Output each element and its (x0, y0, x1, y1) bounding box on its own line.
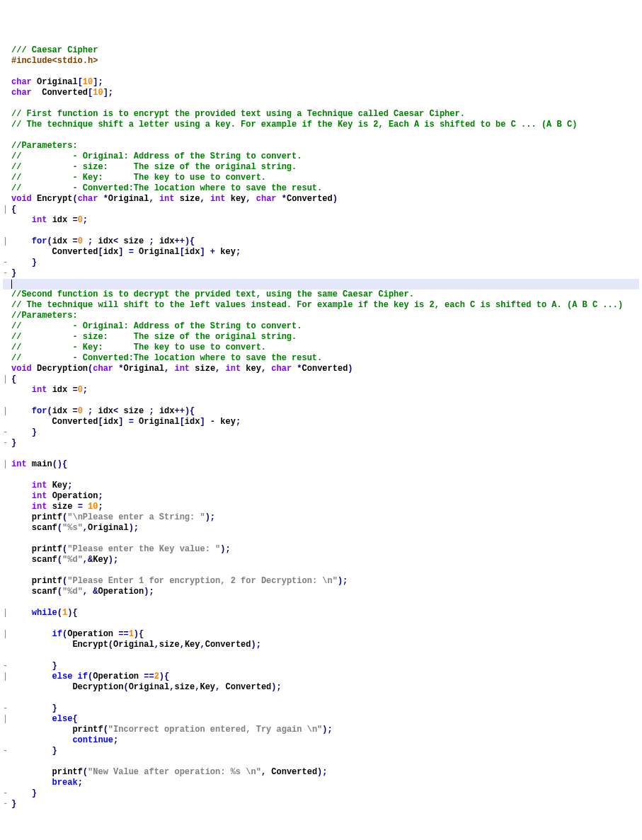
fold-gutter[interactable]: | (3, 459, 10, 470)
code-line[interactable]: | if(Operation ==1){ (3, 629, 639, 640)
fold-gutter[interactable]: - (3, 799, 10, 810)
code-line[interactable]: char Converted[10]; (3, 88, 639, 98)
code-editor[interactable]: /// Caesar Cipher#include<stdio.h>char O… (3, 45, 639, 810)
code-line[interactable]: Encrypt(Original,size,Key,Converted); (3, 640, 639, 650)
fold-gutter[interactable]: | (3, 672, 10, 682)
code-line[interactable]: | else if(Operation ==2){ (3, 672, 639, 682)
code-line[interactable]: |{ (3, 205, 639, 215)
code-line[interactable]: scanf("%s",Original); (3, 523, 639, 534)
fold-gutter[interactable]: | (3, 374, 10, 385)
code-line[interactable] (3, 396, 639, 406)
code-line[interactable]: |int main(){ (3, 459, 639, 470)
code-line[interactable]: // First function is to encrypt the prov… (3, 109, 639, 120)
token-plain (11, 767, 52, 777)
token-op: ]; (93, 77, 103, 87)
code-line[interactable]: //Parameters: (3, 141, 639, 151)
code-line[interactable]: int idx =0; (3, 385, 639, 396)
code-line[interactable]: // - Converted:The location where to sav… (3, 183, 639, 194)
token-op: } (32, 427, 37, 437)
code-line[interactable]: printf("Incorrect opration entered, Try … (3, 725, 639, 735)
code-line[interactable]: - } (3, 788, 639, 799)
fold-gutter[interactable]: - (3, 661, 10, 672)
code-line[interactable]: // - Key: The key to use to convert. (3, 343, 639, 353)
code-line[interactable]: - } (3, 703, 639, 714)
fold-gutter[interactable]: - (3, 703, 10, 714)
fold-gutter[interactable]: | (3, 236, 10, 247)
code-line[interactable] (3, 650, 639, 661)
code-line[interactable]: | while(1){ (3, 608, 639, 619)
fold-gutter[interactable]: | (3, 714, 10, 725)
fold-gutter[interactable]: | (3, 205, 10, 215)
code-line[interactable]: -} (3, 268, 639, 279)
code-line[interactable]: #include<stdio.h> (3, 56, 639, 67)
fold-gutter[interactable]: | (3, 406, 10, 417)
code-line[interactable]: printf("Please enter the Key value: "); (3, 544, 639, 555)
code-line[interactable]: //Parameters: (3, 311, 639, 321)
fold-gutter[interactable]: - (3, 268, 10, 279)
fold-gutter[interactable]: | (3, 629, 10, 640)
code-line[interactable]: Decryption(Original,size,Key, Converted)… (3, 682, 639, 693)
token-ident: Key (185, 640, 200, 650)
code-line[interactable]: | for(idx =0 ; idx< size ; idx++){ (3, 236, 639, 247)
code-line[interactable]: // The technique will shift to the left … (3, 300, 639, 311)
code-line[interactable] (3, 226, 639, 236)
code-line[interactable]: Converted[idx] = Original[idx] + key; (3, 247, 639, 258)
code-line[interactable]: scanf("%d", &Operation); (3, 587, 639, 597)
code-line[interactable]: // - Original: Address of the String to … (3, 151, 639, 162)
code-line[interactable]: scanf("%d",&Key); (3, 555, 639, 565)
code-line[interactable]: int size = 10; (3, 502, 639, 512)
code-line[interactable] (3, 67, 639, 77)
code-line[interactable]: printf("\nPlease enter a String: "); (3, 512, 639, 523)
code-line[interactable]: // - Converted:The location where to sav… (3, 353, 639, 364)
code-line[interactable]: //Second function is to decrypt the prvi… (3, 289, 639, 300)
code-line[interactable] (3, 565, 639, 576)
token-op: = (72, 502, 88, 512)
token-ident: Key (93, 555, 108, 565)
code-line[interactable] (3, 470, 639, 481)
code-line[interactable]: // - size: The size of the original stri… (3, 162, 639, 173)
code-line[interactable]: char Original[10]; (3, 77, 639, 88)
fold-gutter[interactable]: - (3, 746, 10, 756)
code-line[interactable]: printf("New Value after operation: %s \n… (3, 767, 639, 778)
code-line[interactable] (3, 279, 639, 289)
code-line[interactable]: /// Caesar Cipher (3, 45, 639, 56)
fold-gutter[interactable]: - (3, 788, 10, 799)
code-line[interactable] (3, 534, 639, 544)
code-line[interactable]: void Decryption(char *Original, int size… (3, 364, 639, 374)
code-line[interactable]: - } (3, 427, 639, 438)
fold-gutter[interactable]: - (3, 258, 10, 268)
code-line[interactable]: break; (3, 778, 639, 788)
token-ident: Decryption (37, 364, 88, 374)
code-line[interactable]: - } (3, 258, 639, 268)
code-line[interactable]: // - Key: The key to use to convert. (3, 173, 639, 183)
fold-gutter[interactable]: - (3, 427, 10, 438)
code-line[interactable] (3, 693, 639, 703)
code-line[interactable] (3, 756, 639, 767)
token-op: , (154, 640, 159, 650)
code-line[interactable]: int Operation; (3, 491, 639, 502)
code-line[interactable] (3, 619, 639, 629)
code-line[interactable]: - } (3, 746, 639, 756)
code-line[interactable]: continue; (3, 735, 639, 746)
code-line[interactable]: -} (3, 799, 639, 810)
code-line[interactable]: | else{ (3, 714, 639, 725)
code-line[interactable]: int Key; (3, 481, 639, 491)
fold-gutter[interactable]: - (3, 438, 10, 449)
code-line[interactable]: // - size: The size of the original stri… (3, 332, 639, 343)
code-line[interactable]: -} (3, 438, 639, 449)
code-line[interactable] (3, 597, 639, 608)
code-line[interactable]: printf("Please Enter 1 for encryption, 2… (3, 576, 639, 587)
code-line[interactable]: int idx =0; (3, 215, 639, 226)
code-line[interactable]: Converted[idx] = Original[idx] - key; (3, 417, 639, 427)
code-line[interactable] (3, 130, 639, 141)
code-line[interactable]: | for(idx =0 ; idx< size ; idx++){ (3, 406, 639, 417)
code-line[interactable] (3, 98, 639, 109)
fold-gutter[interactable]: | (3, 608, 10, 619)
code-line[interactable] (3, 449, 639, 459)
code-line[interactable]: // - Original: Address of the String to … (3, 321, 639, 332)
code-line[interactable]: - } (3, 661, 639, 672)
token-ident: Original (139, 247, 180, 257)
code-line[interactable]: |{ (3, 374, 639, 385)
code-line[interactable]: void Encrypt(char *Original, int size, i… (3, 194, 639, 205)
code-line[interactable]: // The technique shift a letter using a … (3, 120, 639, 130)
